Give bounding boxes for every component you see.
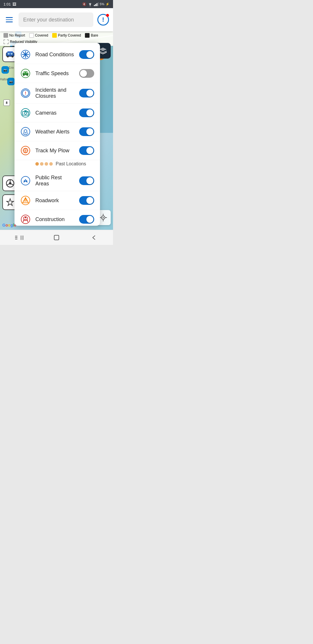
svg-point-34 <box>23 75 25 76</box>
legend-bare: Bare <box>85 33 98 38</box>
legend-no-report: No Report <box>3 33 25 38</box>
svg-rect-1 <box>94 5 95 6</box>
svg-text:P: P <box>25 149 26 152</box>
roadwork-toggle[interactable] <box>79 196 94 205</box>
svg-point-7 <box>7 56 9 57</box>
search-bar[interactable]: Enter your destination <box>19 12 93 27</box>
search-placeholder: Enter your destination <box>23 17 74 23</box>
rest-areas-toggle[interactable] <box>79 176 94 185</box>
past-dots <box>35 162 53 166</box>
drawer-item-road-conditions: Road Conditions <box>14 45 100 64</box>
map-label-halton: Halton <box>0 78 8 81</box>
nav-recent-label: ||| <box>20 235 24 240</box>
alert-button[interactable]: ! <box>97 13 110 26</box>
svg-line-15 <box>11 184 13 185</box>
svg-rect-36 <box>23 72 25 73</box>
mute-icon: 🔇 <box>82 2 86 6</box>
incidents-toggle[interactable] <box>79 89 94 97</box>
cameras-label: Cameras <box>35 110 74 116</box>
camera-icon <box>20 108 31 118</box>
legend-box-white <box>29 33 34 38</box>
svg-rect-66 <box>54 235 59 240</box>
construction-icon <box>20 214 31 225</box>
legend-label-partly: Partly Covered <box>58 33 81 37</box>
traffic-speeds-toggle[interactable] <box>79 69 94 78</box>
weather-alerts-label: Weather Alerts <box>35 129 74 135</box>
battery: 5% <box>100 2 104 6</box>
drawer-item-construction: Construction <box>14 210 100 226</box>
top-bar: Enter your destination ! <box>0 8 113 31</box>
charging-icon: ⚡ <box>105 2 110 6</box>
nav-home[interactable] <box>48 232 65 243</box>
construction-label: Construction <box>35 216 74 222</box>
drawer-item-cameras: Cameras <box>14 104 100 122</box>
cameras-toggle[interactable] <box>79 108 94 117</box>
svg-point-20 <box>103 217 104 218</box>
svg-point-12 <box>9 182 11 184</box>
weather-icon <box>20 126 31 137</box>
drawer-item-traffic-speeds: Traffic Speeds <box>14 64 100 83</box>
legend-label-no-report: No Report <box>9 33 25 37</box>
incidents-label: Incidents and Closures <box>35 87 74 99</box>
plow-label: Track My Plow <box>35 148 74 154</box>
past-locations-label: Past Locations <box>56 161 86 167</box>
legend-box-dashed <box>3 39 9 44</box>
past-locations-item: Past Locations <box>14 160 100 171</box>
svg-rect-9 <box>8 53 10 55</box>
bottom-nav: ||| <box>0 230 113 245</box>
legend-box-black <box>85 33 90 38</box>
wifi-icon <box>88 2 93 6</box>
legend-covered: Covered <box>29 33 48 38</box>
rest-areas-label: Public Rest Areas <box>35 175 74 187</box>
svg-point-44 <box>27 112 28 113</box>
incident-icon: ! <box>20 88 31 98</box>
svg-line-14 <box>7 184 9 185</box>
photo-icon: 🖼 <box>12 2 16 6</box>
layer-drawer: Road Conditions Traffic Speeds <box>14 43 100 226</box>
legend-box-yellow <box>52 33 57 38</box>
car-green-icon <box>20 68 31 79</box>
drawer-item-plow: P Track My Plow <box>14 141 100 160</box>
plow-icon: P <box>20 145 31 156</box>
traffic-speeds-label: Traffic Speeds <box>35 70 74 77</box>
construction-toggle[interactable] <box>79 215 94 224</box>
legend-partly-covered: Partly Covered <box>52 33 81 38</box>
drawer-item-incidents: ! Incidents and Closures <box>14 83 100 104</box>
svg-text:!: ! <box>25 91 26 95</box>
svg-rect-4 <box>98 2 99 6</box>
menu-button[interactable] <box>3 14 15 26</box>
weather-toggle[interactable] <box>79 127 94 136</box>
drawer-item-rest-areas: A Public Rest Areas <box>14 171 100 191</box>
svg-point-8 <box>12 56 13 57</box>
legend-box-gray <box>3 33 8 38</box>
svg-rect-10 <box>11 53 12 55</box>
rest-area-icon: A <box>20 176 31 186</box>
plow-toggle[interactable] <box>79 146 94 155</box>
nav-recent-apps[interactable]: ||| <box>10 232 28 243</box>
drawer-item-roadwork: Roadwork <box>14 191 100 210</box>
svg-point-35 <box>27 75 28 76</box>
road-conditions-toggle[interactable] <box>79 50 94 59</box>
time: 1:01 <box>3 2 11 6</box>
snowflake-icon <box>20 49 31 60</box>
nav-back[interactable] <box>85 232 103 243</box>
svg-rect-2 <box>95 4 96 6</box>
svg-rect-3 <box>97 3 97 6</box>
svg-rect-37 <box>26 72 28 73</box>
svg-point-43 <box>24 112 27 114</box>
road-conditions-label: Road Conditions <box>35 52 74 58</box>
roadwork-label: Roadwork <box>35 198 74 204</box>
svg-point-0 <box>90 6 91 6</box>
google-logo: Google <box>2 223 16 227</box>
status-bar: 1:01 🖼 🔇 5% ⚡ <box>0 0 113 8</box>
roadwork-icon <box>20 195 31 206</box>
map-camera-3[interactable]: 📷 <box>1 66 9 74</box>
svg-point-46 <box>24 130 27 133</box>
svg-point-59 <box>25 217 26 218</box>
legend-label-covered: Covered <box>35 33 48 37</box>
drawer-item-weather: Weather Alerts <box>14 122 100 141</box>
signal-icon <box>94 2 99 6</box>
svg-point-30 <box>25 54 26 55</box>
map-label-erin: Erin <box>9 66 14 69</box>
alert-dot <box>106 14 109 17</box>
